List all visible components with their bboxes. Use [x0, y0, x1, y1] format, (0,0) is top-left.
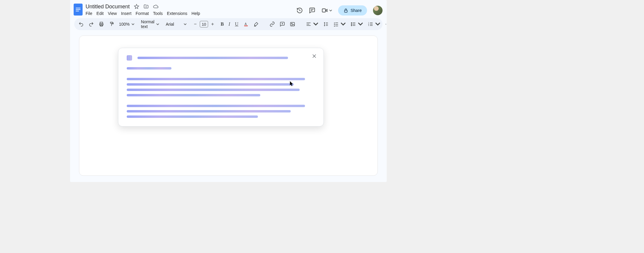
- star-icon[interactable]: [134, 4, 139, 9]
- svg-point-8: [291, 23, 292, 24]
- ai-avatar-placeholder-icon: [127, 55, 132, 61]
- svg-rect-6: [244, 26, 248, 26]
- placeholder-line: [127, 94, 260, 96]
- svg-point-11: [351, 25, 352, 26]
- placeholder-line: [127, 83, 294, 86]
- undo-icon[interactable]: [78, 21, 84, 27]
- paragraph-style-value: Normal text: [141, 19, 154, 29]
- italic-icon[interactable]: I: [229, 21, 230, 27]
- svg-text:3: 3: [368, 24, 369, 26]
- font-size-input[interactable]: 10: [200, 21, 208, 27]
- chevron-down-icon: [131, 22, 134, 27]
- placeholder-line: [127, 110, 291, 112]
- menu-extensions[interactable]: Extensions: [167, 11, 187, 16]
- menu-file[interactable]: File: [86, 11, 92, 16]
- line-spacing-dropdown[interactable]: [323, 21, 329, 27]
- bulleted-list-dropdown[interactable]: [351, 21, 363, 27]
- bold-icon[interactable]: B: [221, 21, 224, 27]
- close-icon[interactable]: [312, 53, 317, 60]
- placeholder-line: [127, 115, 258, 118]
- menu-insert[interactable]: Insert: [121, 11, 131, 16]
- paragraph-style-dropdown[interactable]: Normal text: [141, 19, 159, 29]
- add-comment-icon[interactable]: [280, 21, 285, 27]
- menu-view[interactable]: View: [108, 11, 117, 16]
- increase-font-size-button[interactable]: +: [210, 21, 215, 27]
- placeholder-line: [127, 78, 305, 80]
- menu-edit[interactable]: Edit: [97, 11, 104, 16]
- placeholder-line: [127, 105, 305, 107]
- underline-icon[interactable]: U: [235, 21, 239, 27]
- highlight-color-icon[interactable]: [253, 21, 259, 27]
- chevron-down-icon: [184, 22, 187, 27]
- zoom-dropdown[interactable]: 100%: [119, 22, 134, 27]
- share-button[interactable]: Share: [338, 5, 367, 16]
- align-dropdown[interactable]: [306, 21, 318, 27]
- insert-link-icon[interactable]: [270, 21, 275, 27]
- title-bar: Untitled Document File Edit View Insert …: [70, 0, 387, 16]
- checklist-dropdown[interactable]: [333, 21, 346, 27]
- menu-format[interactable]: Format: [136, 11, 149, 16]
- lock-icon: [343, 8, 348, 13]
- history-icon[interactable]: [296, 7, 303, 14]
- placeholder-line: [127, 67, 171, 70]
- menu-bar: File Edit View Insert Format Tools Exten…: [86, 11, 200, 16]
- comments-icon[interactable]: [309, 7, 315, 14]
- numbered-list-dropdown[interactable]: 123: [368, 21, 380, 27]
- mouse-cursor-icon: [290, 81, 294, 88]
- google-docs-window: Untitled Document File Edit View Insert …: [70, 0, 387, 182]
- print-icon[interactable]: [99, 21, 104, 27]
- svg-text:A: A: [244, 22, 247, 26]
- avatar[interactable]: [373, 6, 383, 15]
- text-color-icon[interactable]: A: [243, 21, 249, 27]
- svg-rect-7: [290, 22, 295, 26]
- meet-button[interactable]: [321, 7, 332, 14]
- paint-format-icon[interactable]: [109, 21, 114, 27]
- svg-rect-1: [344, 10, 347, 12]
- ai-suggestion-card: [118, 48, 324, 126]
- zoom-value: 100%: [119, 22, 130, 27]
- placeholder-line: [127, 89, 300, 91]
- move-to-folder-icon[interactable]: [143, 4, 149, 9]
- docs-logo-icon[interactable]: [74, 4, 83, 16]
- formatting-toolbar: 100% Normal text Arial − 10 + B I U A: [74, 18, 383, 30]
- menu-tools[interactable]: Tools: [153, 11, 163, 16]
- redo-icon[interactable]: [89, 21, 94, 27]
- svg-point-9: [351, 22, 352, 23]
- document-page[interactable]: [79, 36, 378, 176]
- document-canvas: [70, 36, 387, 176]
- insert-image-icon[interactable]: [290, 21, 295, 27]
- font-dropdown[interactable]: Arial: [166, 22, 187, 27]
- chevron-down-icon: [156, 22, 159, 27]
- share-label: Share: [351, 8, 362, 13]
- document-title[interactable]: Untitled Document: [86, 4, 130, 10]
- placeholder-line: [137, 57, 288, 59]
- svg-point-10: [351, 24, 352, 24]
- chevron-down-icon: [329, 8, 332, 13]
- menu-help[interactable]: Help: [191, 11, 200, 16]
- font-value: Arial: [166, 22, 174, 27]
- cloud-status-icon[interactable]: [153, 4, 158, 9]
- decrease-font-size-button[interactable]: −: [193, 21, 197, 27]
- more-options-icon[interactable]: ⋯: [385, 22, 387, 27]
